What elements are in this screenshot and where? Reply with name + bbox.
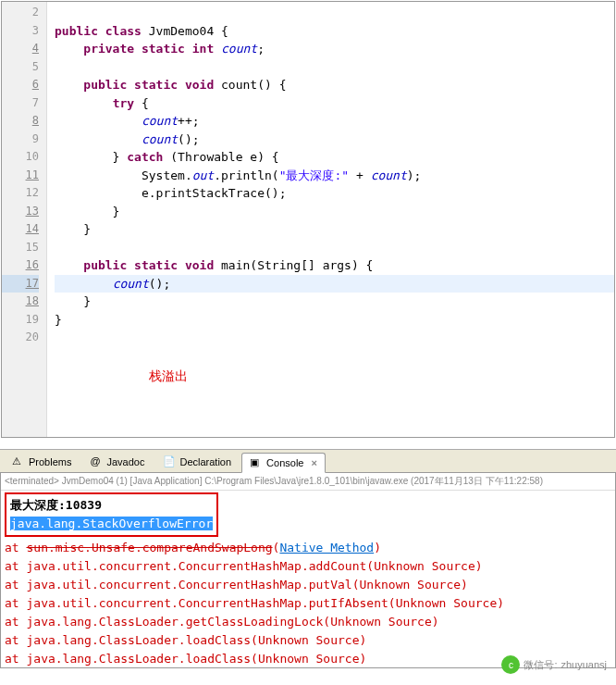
problems-icon: ⚠	[12, 455, 25, 468]
declaration-icon: 📄	[163, 455, 176, 468]
highlighted-error-box: 最大深度:10839 java.lang.StackOverflowError	[5, 492, 218, 537]
code-editor[interactable]: 234567891011121314151617181920 public cl…	[1, 1, 615, 438]
annotation-text: 栈溢出	[149, 367, 188, 386]
console-view[interactable]: <terminated> JvmDemo04 (1) [Java Applica…	[0, 472, 616, 668]
tab-console[interactable]: ▣Console×	[241, 453, 326, 473]
terminated-label: <terminated> JvmDemo04 (1) [Java Applica…	[1, 473, 615, 491]
console-output: 最大深度:10839 java.lang.StackOverflowError …	[1, 491, 615, 668]
code-area[interactable]: public class JvmDemo04 { private static …	[47, 2, 614, 437]
close-icon[interactable]: ×	[311, 457, 316, 468]
view-tabs: ⚠Problems @Javadoc 📄Declaration ▣Console…	[0, 449, 616, 472]
console-icon: ▣	[250, 456, 263, 469]
wechat-icon: c	[501, 655, 520, 668]
tab-problems[interactable]: ⚠Problems	[4, 452, 80, 472]
javadoc-icon: @	[90, 455, 103, 468]
watermark: c 微信号:zhuyuansj	[501, 655, 607, 668]
line-gutter: 234567891011121314151617181920	[2, 2, 47, 437]
tab-javadoc[interactable]: @Javadoc	[81, 452, 153, 472]
tab-declaration[interactable]: 📄Declaration	[154, 452, 240, 472]
